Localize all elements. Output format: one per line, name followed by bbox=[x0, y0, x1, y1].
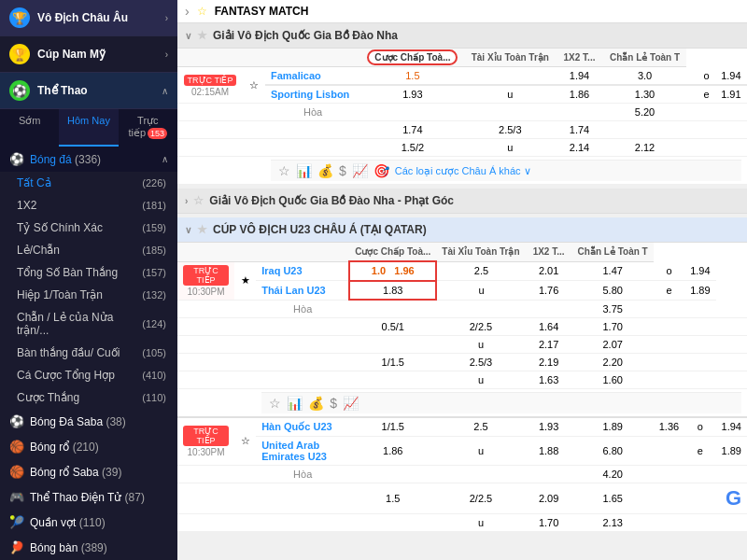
draw-x12[interactable]: 5.20 bbox=[603, 104, 686, 121]
u23-star-icon[interactable]: ★ bbox=[197, 223, 207, 236]
hanquoc-o[interactable]: 1.93 bbox=[526, 417, 572, 437]
iraq-ex-o2[interactable]: 1.70 bbox=[572, 317, 654, 335]
phat-goc-star-icon[interactable]: ☆ bbox=[193, 194, 204, 207]
iraq-ex-o1[interactable]: 1.64 bbox=[526, 317, 572, 335]
coin-icon[interactable]: 💰 bbox=[317, 163, 333, 178]
iraq-ex-o4[interactable]: 2.20 bbox=[572, 353, 654, 371]
hq-ex-h1[interactable]: 1.5 bbox=[349, 483, 436, 513]
iraq-ex-u5[interactable]: 1.60 bbox=[572, 371, 654, 388]
star-toolbar-icon[interactable]: ☆ bbox=[278, 163, 290, 178]
sidebar-item-nam-my[interactable]: 🏆 Cúp Nam Mỹ › bbox=[0, 36, 177, 73]
sidebar-item-ca-cuoc[interactable]: Cá Cược Tổng Hợp (410) bbox=[0, 364, 177, 386]
sidebar-item-the-thao[interactable]: ⚽ Thể Thao ∧ bbox=[0, 73, 177, 109]
hanquoc-chan-odds[interactable]: 1.94 bbox=[716, 417, 747, 437]
league-u23-header[interactable]: ∨ ★ CÚP VÔ ĐỊCH U23 CHÂU Á (TẠI QATAR) bbox=[177, 217, 747, 243]
uae-x12-2[interactable]: 6.80 bbox=[572, 436, 654, 465]
iraq-ex-u2[interactable]: 2.17 bbox=[526, 335, 572, 353]
hanquoc-handicap[interactable]: 1/1.5 bbox=[349, 417, 436, 437]
sidebar-esports-header[interactable]: 🎮 Thể Thao Điện Tử (87) bbox=[0, 484, 177, 510]
more-odds-link[interactable]: Các loại cược Châu Á khác ∨ bbox=[395, 165, 531, 177]
home-team-name[interactable]: Famalicao bbox=[271, 70, 321, 81]
iraq-handicap[interactable]: 1.0 1.96 bbox=[349, 261, 436, 281]
extra-h1[interactable]: 1.74 bbox=[360, 121, 465, 139]
iraq-dollar-icon[interactable]: $ bbox=[330, 396, 337, 411]
home-chan-odds[interactable]: 1.94 bbox=[715, 67, 747, 86]
sidebar-bong-da-header[interactable]: ⚽ Bóng đá (336) ∧ bbox=[0, 147, 177, 172]
hq-ex-u2[interactable]: 1.70 bbox=[526, 513, 572, 531]
iraq-star[interactable]: ★ bbox=[234, 261, 256, 300]
iraq-ex-o3[interactable]: 2.19 bbox=[526, 353, 572, 371]
match-star-home[interactable]: ☆ bbox=[243, 67, 265, 104]
extra-o2[interactable]: 2.12 bbox=[603, 139, 686, 157]
away-x12-draw[interactable]: 1.30 bbox=[603, 85, 686, 104]
sidebar-item-ban-thang[interactable]: Bàn thắng đầu/ Cuối (105) bbox=[0, 342, 177, 364]
away-handicap[interactable]: 1.93 bbox=[360, 85, 465, 104]
iraq-home-name[interactable]: Iraq U23 bbox=[261, 265, 302, 276]
away-odds-u[interactable]: 1.86 bbox=[556, 85, 603, 104]
league-bo-dao-nha-header[interactable]: ∨ ★ Giải Vô Địch Quốc Gia Bồ Đào Nha bbox=[177, 23, 747, 49]
hanquoc-home-name[interactable]: Hàn Quốc U23 bbox=[261, 421, 331, 432]
uae-le-odds[interactable]: 1.89 bbox=[716, 436, 747, 465]
iraq-o[interactable]: 2.01 bbox=[526, 261, 572, 281]
iraq-ex-u4[interactable]: 1.63 bbox=[526, 371, 572, 388]
sidebar-item-hiep1[interactable]: Hiệp 1/Toàn Trận (132) bbox=[0, 284, 177, 306]
thai-le-odds[interactable]: 1.89 bbox=[684, 281, 715, 301]
iraq-ex-h3[interactable]: 1/1.5 bbox=[349, 353, 436, 371]
sidebar-item-chau-au[interactable]: 🏆 Vô Địch Châu Âu › bbox=[0, 0, 177, 36]
bar-chart-icon[interactable]: 📈 bbox=[352, 163, 368, 178]
uae-u[interactable]: 1.88 bbox=[526, 436, 572, 465]
uae-away-name[interactable]: United Arab Emirates U23 bbox=[261, 440, 327, 462]
tab-som[interactable]: Sớm bbox=[0, 109, 59, 147]
tab-hom-nay[interactable]: Hôm Nay bbox=[59, 109, 118, 147]
iraq-x12-1[interactable]: 1.47 bbox=[572, 261, 654, 281]
hq-ex-u3[interactable]: 2.13 bbox=[572, 513, 654, 531]
home-odds-o[interactable]: 1.94 bbox=[556, 67, 603, 86]
extra-h2[interactable]: 1.5/2 bbox=[360, 139, 465, 157]
hanquoc-tai[interactable]: 2.5 bbox=[436, 417, 525, 437]
star-icon[interactable]: ☆ bbox=[197, 5, 207, 18]
away-le-odds[interactable]: 1.91 bbox=[715, 85, 747, 104]
league-star-icon[interactable]: ★ bbox=[197, 29, 207, 42]
sidebar-item-1x2[interactable]: 1X2 (181) bbox=[0, 194, 177, 217]
iraq-coin-icon[interactable]: 💰 bbox=[308, 396, 324, 411]
extra-o1[interactable]: 1.74 bbox=[556, 121, 603, 139]
extra-u2[interactable]: 2.14 bbox=[556, 139, 603, 157]
hanquoc-x12-1[interactable]: 1.89 bbox=[572, 417, 654, 437]
graph-icon[interactable]: 📊 bbox=[296, 163, 312, 178]
target-icon[interactable]: 🎯 bbox=[374, 163, 389, 178]
uae-handicap[interactable]: 1.86 bbox=[349, 436, 436, 465]
home-x12-1[interactable]: 3.0 bbox=[603, 67, 686, 86]
iraq-star-icon[interactable]: ☆ bbox=[269, 396, 281, 411]
cuoc-chap-btn[interactable]: Cược Chấp Toà... bbox=[367, 49, 458, 65]
sidebar-bong-ban-header[interactable]: 🏓 Bóng bàn (389) bbox=[0, 535, 177, 560]
home-handicap[interactable]: 1.5 bbox=[360, 67, 465, 86]
tab-truc-tiep[interactable]: Trực tiếp153 bbox=[119, 109, 177, 147]
hq-ex-o1[interactable]: 2.09 bbox=[526, 483, 572, 513]
hanquoc-x12-2[interactable]: 1.36 bbox=[654, 417, 684, 437]
sidebar-item-tong-so[interactable]: Tổng Số Bàn Thắng (157) bbox=[0, 261, 177, 284]
hq-ex-o2[interactable]: 1.65 bbox=[572, 483, 654, 513]
away-team-name[interactable]: Sporting Lisbon bbox=[271, 89, 349, 100]
thai-x12-2[interactable]: 5.80 bbox=[572, 281, 654, 301]
iraq-bar-icon[interactable]: 📈 bbox=[343, 396, 359, 411]
iraq-graph-icon[interactable]: 📊 bbox=[287, 396, 303, 411]
thai-u[interactable]: 1.76 bbox=[526, 281, 572, 301]
sidebar-bong-ro-saba-header[interactable]: 🏀 Bóng rổ Saba (39) bbox=[0, 459, 177, 484]
iraq-chan-odds[interactable]: 1.94 bbox=[684, 261, 715, 281]
thai-handicap[interactable]: 1.83 bbox=[349, 281, 436, 301]
hanquoc-star[interactable]: ☆ bbox=[234, 417, 256, 466]
sidebar-bong-ro-header[interactable]: 🏀 Bóng rổ (210) bbox=[0, 434, 177, 459]
thai-x12-draw[interactable]: 3.75 bbox=[572, 300, 654, 317]
iraq-ex-h1[interactable]: 0.5/1 bbox=[349, 317, 436, 335]
iraq-ex-u3[interactable]: 2.07 bbox=[572, 335, 654, 353]
sidebar-item-chan-le-nua[interactable]: Chẵn / Lẻ của Nửa trận/... (124) bbox=[0, 306, 177, 342]
sidebar-item-cuoc-thang[interactable]: Cược Thắng (110) bbox=[0, 386, 177, 409]
uae-x12-draw[interactable]: 4.20 bbox=[572, 465, 654, 483]
iraq-tai[interactable]: 2.5 bbox=[436, 261, 525, 281]
dollar-icon[interactable]: $ bbox=[339, 163, 346, 178]
thai-away-name[interactable]: Thái Lan U23 bbox=[261, 285, 325, 296]
sidebar-item-tat-ca[interactable]: Tất Cả (226) bbox=[0, 172, 177, 194]
sidebar-item-ty-so[interactable]: Tỷ Số Chính Xác (159) bbox=[0, 217, 177, 239]
iraq-odds-home[interactable]: 1.96 bbox=[394, 265, 414, 276]
sidebar-quan-vot-header[interactable]: 🎾 Quần vợt (110) bbox=[0, 510, 177, 535]
